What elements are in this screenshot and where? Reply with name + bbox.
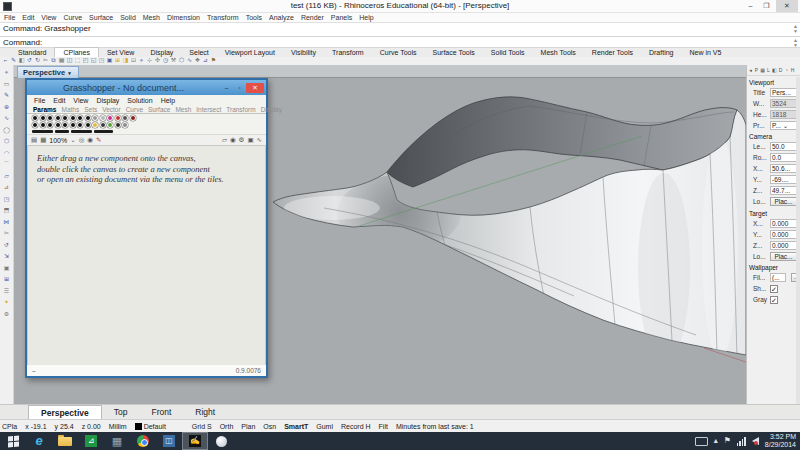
- checkbox-gray[interactable]: ✓: [770, 296, 778, 304]
- toolbar-tab-curve-tools[interactable]: Curve Tools: [372, 48, 425, 57]
- grasshopper-tab-sets[interactable]: Sets: [84, 106, 97, 113]
- history-scroll-buttons[interactable]: ▲▼: [793, 24, 798, 33]
- component-icon[interactable]: [85, 115, 91, 121]
- menu-edit[interactable]: Edit: [22, 14, 34, 21]
- panel-tab-icon[interactable]: ▦: [760, 67, 765, 73]
- left-toolbar-icon[interactable]: ☰: [3, 288, 10, 295]
- canvas-tool-icon[interactable]: ▣: [247, 135, 253, 145]
- target-icon[interactable]: ◎: [79, 135, 85, 145]
- grasshopper-tab-mesh[interactable]: Mesh: [175, 106, 191, 113]
- grasshopper-menu-solution[interactable]: Solution: [127, 97, 152, 104]
- menu-dimension[interactable]: Dimension: [167, 14, 200, 21]
- toolbar-tab-transform[interactable]: Transform: [324, 48, 372, 57]
- menu-curve[interactable]: Curve: [63, 14, 82, 21]
- component-icon[interactable]: [40, 115, 46, 121]
- component-icon[interactable]: [47, 122, 53, 128]
- left-toolbar-icon[interactable]: ▭: [3, 81, 10, 88]
- menu-surface[interactable]: Surface: [89, 14, 113, 21]
- grasshopper-title-bar[interactable]: Grasshopper - No document... – ▫ ✕: [27, 80, 266, 95]
- component-icon[interactable]: [77, 115, 83, 121]
- grasshopper-menu-help[interactable]: Help: [161, 97, 175, 104]
- status-x-19-1[interactable]: x -19.1: [25, 423, 46, 430]
- checkbox-sh-[interactable]: ✓: [770, 285, 778, 293]
- panel-tab-icon[interactable]: ◧: [772, 67, 777, 73]
- canvas-tool-icon[interactable]: ▱: [222, 135, 227, 145]
- toolbar-icon[interactable]: ◧: [18, 57, 25, 64]
- command-history[interactable]: Command: Grasshopper ▲▼: [0, 22, 800, 36]
- panel-tab-icon[interactable]: ◔: [784, 67, 789, 73]
- component-icon[interactable]: [55, 115, 61, 121]
- toolbar-icon[interactable]: ⊡: [130, 57, 137, 64]
- gear-icon[interactable]: ⚙: [239, 135, 245, 145]
- grasshopper-window[interactable]: Grasshopper - No document... – ▫ ✕ FileE…: [25, 78, 268, 378]
- component-icon[interactable]: [122, 122, 128, 128]
- status-millim[interactable]: Millim: [109, 423, 127, 430]
- component-icon[interactable]: [55, 122, 61, 128]
- toolbar-icon[interactable]: ◰: [82, 57, 89, 64]
- grasshopper-canvas[interactable]: Either drag a new component onto the can…: [27, 146, 266, 365]
- toolbar-tab-standard[interactable]: Standard: [10, 48, 54, 57]
- component-icon[interactable]: [130, 115, 136, 121]
- grasshopper-tab-intersect[interactable]: Intersect: [196, 106, 221, 113]
- status-grid-s[interactable]: Grid S: [192, 423, 212, 430]
- volume-icon[interactable]: [752, 437, 759, 445]
- menu-analyze[interactable]: Analyze: [269, 14, 294, 21]
- status-plan[interactable]: Plan: [241, 423, 255, 430]
- component-icon[interactable]: [115, 122, 121, 128]
- command-prompt[interactable]: Command: ▲▼: [0, 36, 800, 47]
- component-icon[interactable]: [92, 115, 98, 121]
- save-icon[interactable]: ▤: [31, 135, 37, 145]
- left-toolbar-icon[interactable]: ▱: [3, 173, 10, 180]
- menu-transform[interactable]: Transform: [207, 14, 239, 21]
- toolbar-icon[interactable]: ✎: [10, 57, 17, 64]
- action-center-flag-icon[interactable]: ⚑: [724, 436, 731, 446]
- grasshopper-maximize-button[interactable]: ▫: [233, 83, 246, 93]
- toolbar-tab-visibility[interactable]: Visibility: [283, 48, 324, 57]
- status-y-25-4[interactable]: y 25.4: [55, 423, 74, 430]
- toolbar-icon[interactable]: ⬚: [74, 57, 81, 64]
- toolbar-tab-set-view[interactable]: Set View: [99, 48, 143, 57]
- scroll-down-icon[interactable]: ▼: [793, 29, 798, 33]
- grasshopper-menu-file[interactable]: File: [34, 97, 45, 104]
- viewport-tab-top[interactable]: Top: [102, 405, 140, 419]
- toolbar-icon[interactable]: ◨: [122, 57, 129, 64]
- grasshopper-tab-curve[interactable]: Curve: [126, 106, 143, 113]
- component-icon[interactable]: [62, 122, 68, 128]
- component-icon[interactable]: [107, 115, 113, 121]
- left-toolbar-icon[interactable]: ⊕: [3, 104, 10, 111]
- place-button[interactable]: Plac...: [770, 252, 797, 261]
- toolbar-icon[interactable]: ⊞: [114, 57, 121, 64]
- restore-button[interactable]: ❐: [759, 0, 774, 12]
- left-toolbar-icon[interactable]: ⋈: [3, 219, 10, 226]
- status-default[interactable]: Default: [135, 423, 166, 430]
- menu-file[interactable]: File: [4, 14, 15, 21]
- menu-view[interactable]: View: [41, 14, 56, 21]
- grasshopper-minimize-button[interactable]: –: [220, 83, 233, 93]
- start-button[interactable]: [0, 432, 26, 450]
- toolbar-tab-new-in-v5[interactable]: New in V5: [681, 48, 729, 57]
- status-cpla[interactable]: CPla: [2, 423, 17, 430]
- chrome-icon[interactable]: [130, 432, 156, 450]
- component-icon[interactable]: [122, 115, 128, 121]
- viewport-tab-front[interactable]: Front: [139, 405, 183, 419]
- toolbar-icon[interactable]: ⊹: [146, 57, 153, 64]
- canvas-tool-icon[interactable]: ◉: [230, 135, 236, 145]
- left-toolbar-icon[interactable]: ⊿: [3, 184, 10, 191]
- panel-value[interactable]: (...: [770, 273, 786, 282]
- prompt-scroll-buttons[interactable]: ▲▼: [793, 38, 798, 47]
- menu-render[interactable]: Render: [301, 14, 324, 21]
- left-toolbar-icon[interactable]: ⊞: [3, 276, 10, 283]
- left-toolbar-icon[interactable]: ▣: [3, 265, 10, 272]
- grasshopper-menu-display[interactable]: Display: [96, 97, 119, 104]
- panel-tab-icon[interactable]: D: [778, 67, 783, 73]
- canvas-tool-icon[interactable]: ∿: [257, 135, 262, 145]
- left-toolbar-icon[interactable]: ↺: [3, 242, 10, 249]
- app-icon-gray[interactable]: ▦: [104, 432, 130, 450]
- toolbar-tab-viewport-layout[interactable]: Viewport Layout: [217, 48, 283, 57]
- place-button[interactable]: Plac...: [770, 197, 797, 206]
- panel-value[interactable]: 0.000: [770, 219, 797, 228]
- toolbar-tab-render-tools[interactable]: Render Tools: [584, 48, 641, 57]
- minimize-button[interactable]: –: [743, 0, 758, 12]
- toolbar-tab-cplanes[interactable]: CPlanes: [54, 47, 98, 57]
- left-toolbar-icon[interactable]: ✂: [3, 230, 10, 237]
